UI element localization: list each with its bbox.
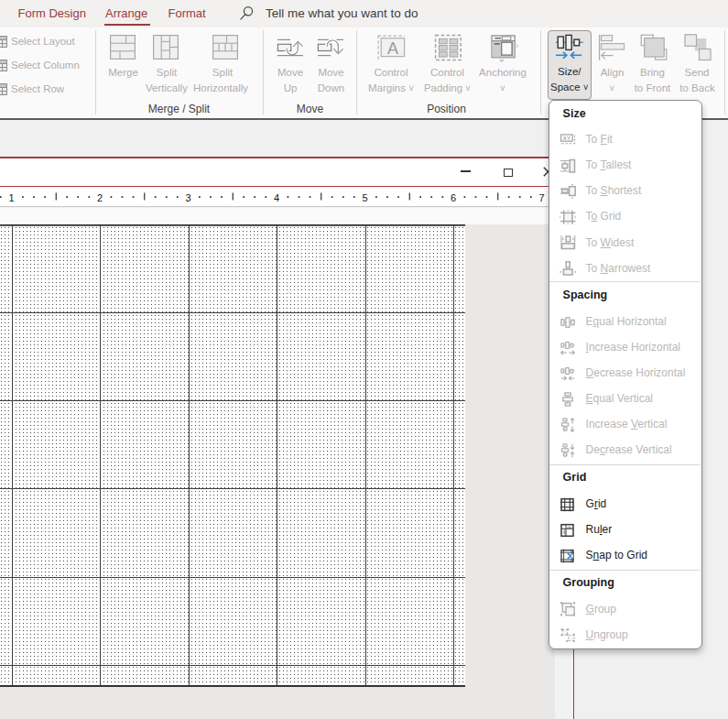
svg-text:XY: XY [562,135,570,141]
svg-text:A: A [387,38,398,57]
